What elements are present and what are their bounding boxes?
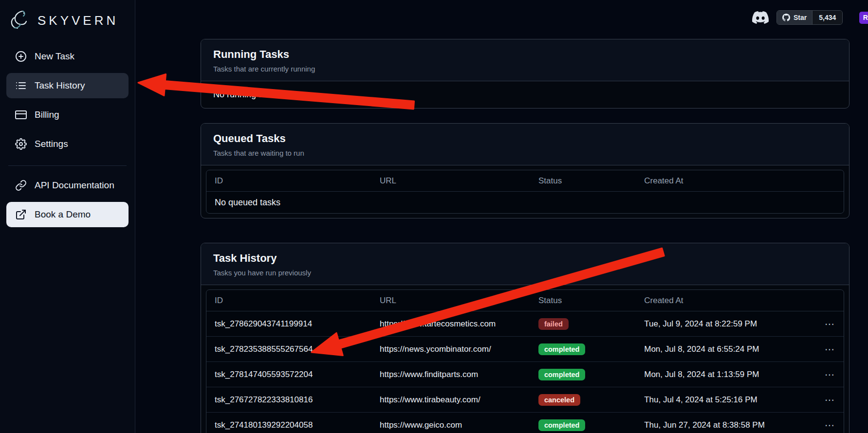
sidebar-item-label: New Task	[35, 51, 74, 62]
task-row[interactable]: tsk_274180139292204058 https://www.geico…	[206, 413, 844, 433]
column-header-created-at: Created At	[636, 296, 804, 306]
task-created-at-cell: Thu, Jun 27, 2024 at 8:38:58 PM	[636, 420, 804, 430]
queued-tasks-header: Queued Tasks Tasks that are waiting to r…	[201, 124, 849, 165]
task-url-cell: https://www.finditparts.com	[371, 370, 530, 379]
task-url-cell: https://www.tirabeauty.com/	[371, 395, 530, 405]
task-history-table: ID URL Status Created At tsk_27862904374…	[206, 289, 844, 433]
queued-tasks-table: ID URL Status Created At No queued tasks	[206, 170, 844, 214]
column-header-url: URL	[371, 176, 530, 186]
task-id-cell: tsk_274180139292204058	[206, 420, 371, 430]
user-avatar[interactable]: R	[859, 12, 868, 24]
task-row[interactable]: tsk_276727822333810816 https://www.tirab…	[206, 387, 844, 413]
github-star-label: Star	[794, 14, 807, 21]
task-url-cell: https://news.ycombinator.com/	[371, 344, 530, 354]
status-badge: completed	[538, 343, 586, 355]
skyvern-logo: SKYVERN	[6, 7, 129, 37]
sidebar-item-billing[interactable]: Billing	[6, 102, 129, 127]
brand-name: SKYVERN	[37, 13, 118, 28]
list-icon	[15, 80, 27, 91]
sidebar-item-new-task[interactable]: New Task	[6, 44, 129, 69]
task-created-at-cell: Tue, Jul 9, 2024 at 8:22:59 PM	[636, 319, 804, 329]
external-link-icon	[15, 209, 27, 220]
queued-tasks-empty-state: No queued tasks	[206, 192, 844, 213]
task-created-at-cell: Mon, Jul 8, 2024 at 6:55:24 PM	[636, 344, 804, 354]
card-subtitle: Tasks you have run previously	[213, 269, 837, 277]
task-id-cell: tsk_276727822333810816	[206, 395, 371, 405]
github-star-count: 5,434	[812, 11, 842, 24]
github-star-button[interactable]: Star 5,434	[776, 10, 843, 25]
status-badge: completed	[538, 369, 586, 380]
sidebar-primary-nav: New Task Task History Billing Settings	[6, 44, 129, 157]
column-header-id: ID	[206, 176, 371, 186]
row-actions-button[interactable]: ⋯	[825, 394, 835, 406]
sidebar-item-label: Settings	[35, 139, 68, 149]
running-tasks-card: Running Tasks Tasks that are currently r…	[201, 39, 850, 108]
sidebar-secondary-nav: API Documentation Book a Demo	[6, 173, 129, 227]
skyvern-app: { "brand": { "name": "SKYVERN" }, "sideb…	[0, 0, 868, 433]
task-history-card: Task History Tasks you have run previous…	[201, 243, 850, 433]
sidebar-item-label: Billing	[35, 109, 59, 120]
sidebar-item-task-history[interactable]: Task History	[6, 73, 129, 98]
table-header-row: ID URL Status Created At	[206, 170, 844, 192]
task-created-at-cell: Thu, Jul 4, 2024 at 5:25:16 PM	[636, 395, 804, 405]
sidebar-divider	[8, 165, 127, 166]
topbar: Star 5,434 R S	[752, 10, 868, 25]
task-created-at-cell: Mon, Jul 8, 2024 at 1:13:59 PM	[636, 370, 804, 379]
status-badge: canceled	[538, 394, 580, 406]
column-header-status: Status	[530, 176, 636, 186]
row-actions-button[interactable]: ⋯	[825, 318, 835, 330]
column-header-created-at: Created At	[636, 176, 844, 186]
card-subtitle: Tasks that are waiting to run	[213, 149, 837, 157]
task-row[interactable]: tsk_278147405593572204 https://www.findi…	[206, 362, 844, 387]
plus-circle-icon	[15, 51, 27, 62]
queued-tasks-card: Queued Tasks Tasks that are waiting to r…	[201, 123, 850, 218]
link-icon	[15, 180, 27, 191]
column-header-url: URL	[371, 296, 530, 306]
running-tasks-empty-state: No running tasks	[201, 81, 849, 108]
credit-card-icon	[15, 109, 27, 121]
task-history-header: Task History Tasks you have run previous…	[201, 243, 849, 285]
task-url-cell: https://www.geico.com	[371, 420, 530, 430]
sidebar-item-api-documentation[interactable]: API Documentation	[6, 173, 129, 198]
task-id-cell: tsk_278147405593572204	[206, 370, 371, 379]
row-actions-button[interactable]: ⋯	[825, 419, 835, 431]
task-row[interactable]: tsk_278235388555267564 https://news.ycom…	[206, 337, 844, 362]
table-header-row: ID URL Status Created At	[206, 290, 844, 311]
sidebar: SKYVERN New Task Task History Billing Se…	[0, 0, 135, 433]
card-title: Running Tasks	[213, 48, 837, 61]
github-icon	[782, 14, 790, 21]
gear-icon	[15, 138, 27, 150]
skyvern-dragon-icon	[9, 9, 33, 32]
card-subtitle: Tasks that are currently running	[213, 65, 837, 73]
sidebar-item-label: API Documentation	[35, 180, 114, 191]
task-id-cell: tsk_278235388555267564	[206, 344, 371, 354]
status-badge: completed	[538, 419, 586, 431]
column-header-status: Status	[530, 296, 636, 306]
card-title: Queued Tasks	[213, 132, 837, 145]
row-actions-button[interactable]: ⋯	[825, 343, 835, 355]
row-actions-button[interactable]: ⋯	[825, 369, 835, 380]
column-header-id: ID	[206, 296, 371, 306]
task-row[interactable]: tsk_278629043741199914 https://www.tarte…	[206, 311, 844, 337]
main-content: Running Tasks Tasks that are currently r…	[201, 39, 850, 433]
sidebar-item-book-a-demo[interactable]: Book a Demo	[6, 202, 129, 227]
discord-icon[interactable]	[752, 9, 769, 26]
running-tasks-header: Running Tasks Tasks that are currently r…	[201, 39, 849, 81]
sidebar-item-label: Book a Demo	[35, 209, 91, 220]
status-badge: failed	[538, 318, 569, 330]
task-id-cell: tsk_278629043741199914	[206, 319, 371, 329]
task-url-cell: https://www.tartecosmetics.com	[371, 319, 530, 329]
card-title: Task History	[213, 252, 837, 265]
sidebar-item-settings[interactable]: Settings	[6, 131, 129, 157]
sidebar-item-label: Task History	[35, 80, 85, 91]
